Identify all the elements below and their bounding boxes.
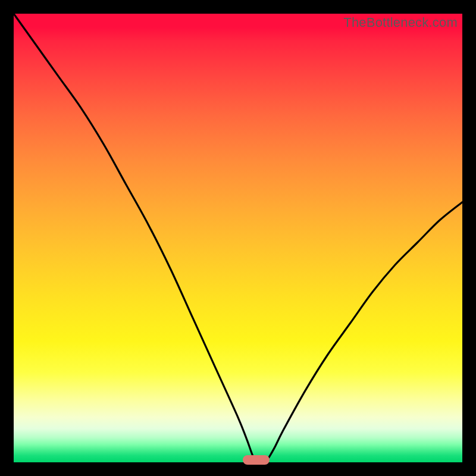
bottleneck-curve	[14, 14, 462, 462]
plot-area: TheBottleneck.com	[14, 14, 462, 462]
chart-frame: TheBottleneck.com	[0, 0, 476, 476]
optimum-marker	[243, 455, 270, 465]
